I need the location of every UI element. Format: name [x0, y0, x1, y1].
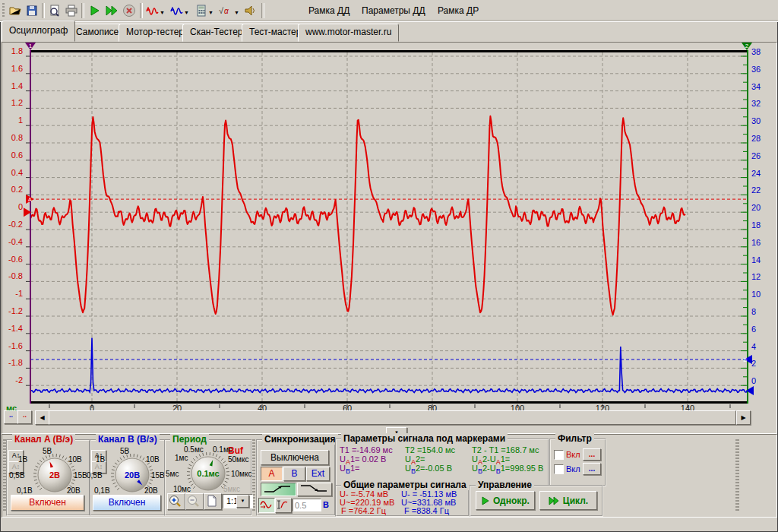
dropdown-arrow-icon[interactable]: ▼ [184, 10, 189, 15]
right-axis-tick-label: 34 [751, 82, 774, 91]
channel-b-scale-dots-button[interactable]: .. [17, 410, 32, 424]
sync-source-a-button[interactable]: A [261, 467, 283, 481]
print-icon[interactable] [63, 2, 80, 19]
new-page-button[interactable] [204, 493, 222, 510]
calculator-icon[interactable]: ▼ [193, 2, 210, 19]
sync-rising-edge-button[interactable] [261, 483, 296, 496]
left-axis-tick-label: 0.6 [3, 150, 23, 160]
math-function-icon[interactable]: √α▼ [217, 2, 234, 19]
right-axis-tick-label: 18 [751, 220, 774, 230]
knob-label: 0.1мс [213, 445, 232, 454]
scroll-right-button[interactable]: ▶ [736, 410, 751, 425]
left-axis-tick-label: -2 [3, 375, 23, 385]
stop-icon[interactable] [121, 2, 138, 19]
svg-text:√: √ [219, 6, 224, 15]
right-axis-tick-label: 36 [751, 65, 774, 74]
left-axis-tick-label: -0.4 [3, 237, 23, 246]
knob-label: 50мкс [228, 455, 249, 464]
knob-label: 5мкс [223, 485, 240, 493]
open-file-icon[interactable] [7, 2, 24, 19]
play-icon [481, 496, 490, 505]
zoom-in-button[interactable] [167, 493, 185, 510]
right-axis-tick-label: 32 [751, 99, 774, 108]
sync-level-mode-button[interactable] [258, 498, 275, 513]
sync-falling-edge-button[interactable] [297, 483, 332, 496]
left-axis-tick-label: -1.6 [3, 341, 23, 350]
sync-window-mode-button[interactable] [275, 498, 292, 513]
start-cycle-icon[interactable] [103, 2, 120, 19]
zoom-out-button[interactable] [185, 493, 204, 510]
right-axis-tick-label: 30 [751, 116, 774, 125]
menu-ramka-dd-button[interactable]: Рамка ДД [302, 4, 356, 17]
sound-icon[interactable] [242, 2, 258, 19]
general-b-freq: F =838.4 Гц [404, 506, 449, 515]
left-axis-tick-label: -1.2 [3, 306, 23, 315]
oscilloscope-app: { "toolbar": { "menu_buttons": ["Рамка Д… [0, 0, 778, 532]
marker-param-value: T2 - T1 =168.7 мс [472, 445, 548, 454]
h-scrollbar-thumb[interactable] [49, 410, 736, 425]
sync-level-input[interactable] [293, 499, 321, 511]
right-axis-tick-label: 6 [751, 325, 774, 334]
sync-off-button[interactable]: Выключена [261, 450, 329, 465]
right-axis-tick-label: 10 [751, 290, 774, 299]
fast-forward-icon [549, 496, 560, 505]
channel-a-scale-dots-button[interactable]: .. [4, 410, 18, 424]
tab-scan-tester[interactable]: Скан-Тестер [182, 24, 251, 42]
left-axis-tick-label: 1.6 [3, 64, 23, 73]
right-axis-tick-label: 4 [751, 342, 774, 351]
panel-grip[interactable] [735, 439, 739, 511]
channel-a-value: 2В [32, 470, 77, 480]
cycle-run-button[interactable]: Цикл. [539, 491, 597, 510]
filter-b-checkbox[interactable] [554, 464, 564, 474]
knob-label: 5В [120, 447, 129, 455]
svg-text:1: 1 [29, 43, 33, 49]
left-axis-tick-label: -0.2 [3, 220, 23, 229]
tab-motor-tester[interactable]: Мотор-тестер [119, 24, 191, 42]
dropdown-arrow-icon[interactable]: ▼ [208, 10, 213, 15]
filter-b-settings-button[interactable]: ... [583, 463, 601, 475]
svg-text:α: α [224, 7, 229, 15]
right-axis-tick-label: 12 [751, 272, 774, 281]
marker-param-value: UA1= 0.02 В [340, 454, 405, 464]
print-preview-icon[interactable] [46, 2, 63, 19]
dropdown-arrow-icon[interactable]: ▼ [234, 10, 239, 15]
sync-source-b-button[interactable]: B [283, 467, 305, 481]
sync-source-ext-button[interactable]: Ext [306, 467, 330, 481]
menu-ramka-dr-button[interactable]: Рамка ДР [432, 4, 485, 17]
channel-a-title: Канал A (В/э) [12, 434, 75, 445]
toolbar: ▼ ▼ ▼ √α▼ Рамка ДД Параметры ДД Рамка ДР [0, 0, 778, 22]
left-axis-tick-label: -1.8 [3, 358, 23, 367]
right-axis-tick-label: 38 [751, 47, 774, 56]
marker-params-title: Параметры сигнала под маркерами [341, 433, 508, 444]
zoom-ratio-dropdown-icon[interactable]: ▼ [236, 495, 249, 508]
scroll-left-button[interactable]: ◀ [35, 410, 49, 425]
right-axis-tick-label: 24 [751, 169, 774, 178]
dropdown-arrow-icon[interactable]: ▼ [160, 10, 165, 15]
knob-label: 10мкс [231, 470, 252, 478]
scope-plot[interactable]: 12AB [23, 42, 754, 410]
channel-a-power-button[interactable]: Включен [11, 495, 84, 511]
menu-parametry-dd-button[interactable]: Параметры ДД [356, 4, 432, 17]
channel-b-power-button[interactable]: Включен [93, 495, 161, 511]
filter-a-checkbox[interactable] [554, 450, 564, 460]
ellipsis-icon: ... [589, 464, 595, 473]
toolbar-separator [140, 3, 143, 18]
right-axis-tick-label: 2 [751, 359, 774, 368]
tab-oscillograf[interactable]: Осциллограф [2, 21, 75, 42]
period-value: 0.1мс [185, 469, 231, 478]
channel-a-signal-icon[interactable]: ▼ [144, 2, 161, 19]
start-icon[interactable] [86, 2, 103, 19]
filter-title: Фильтр [555, 433, 594, 444]
filter-b-label: Вкл [566, 464, 580, 473]
svg-text:A: A [28, 197, 32, 202]
channel-b-signal-icon[interactable]: ▼ [169, 2, 185, 19]
marker-param-value: T1 =-14.69 мс [340, 445, 405, 454]
knob-label: 0,5В [87, 471, 103, 480]
ellipsis-icon: ... [589, 450, 595, 458]
save-icon[interactable] [24, 2, 40, 19]
right-axis-tick-label: 28 [751, 134, 774, 143]
single-run-button[interactable]: Однокр. [476, 491, 535, 510]
tab-motor-master-ru[interactable]: www.motor-master.ru [298, 24, 399, 42]
knob-label: 1мс [175, 454, 188, 462]
filter-a-settings-button[interactable]: ... [583, 448, 601, 461]
